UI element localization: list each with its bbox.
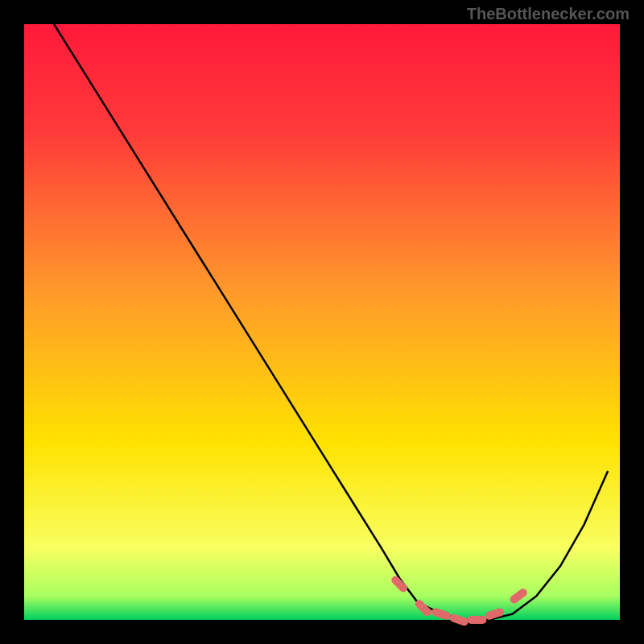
chart-container: TheBottlenecker.com: [0, 0, 644, 644]
bottleneck-chart: [0, 0, 644, 644]
plot-background: [24, 24, 620, 620]
marker-dot: [454, 618, 464, 621]
marker-dot: [419, 604, 427, 612]
marker-dot: [436, 612, 446, 615]
marker-dot: [514, 592, 523, 599]
marker-dot: [489, 612, 500, 615]
watermark-text: TheBottlenecker.com: [467, 5, 630, 23]
marker-dot: [395, 580, 403, 588]
